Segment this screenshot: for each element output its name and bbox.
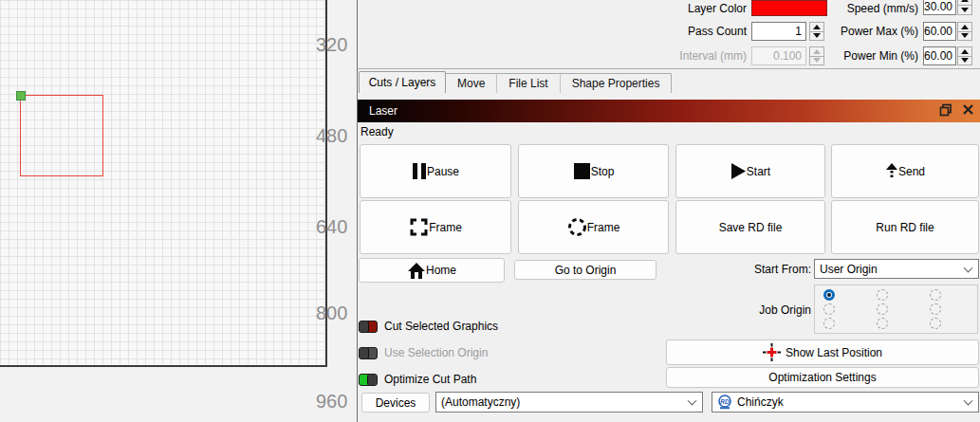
power-min-label: Power Min (%): [813, 46, 918, 65]
use-selection-row: Use Selection Origin: [359, 346, 488, 359]
chevron-down-icon: [964, 263, 973, 272]
job-origin-radio[interactable]: [930, 318, 941, 329]
laser-dock-title: Laser: [369, 104, 398, 118]
close-icon[interactable]: [962, 103, 974, 117]
power-max-input[interactable]: 60.00: [923, 22, 956, 41]
stop-icon: [573, 162, 591, 180]
power-max-label: Power Max (%): [813, 22, 918, 41]
frame-circle-icon: [567, 217, 587, 237]
tab-cuts-layers[interactable]: Cuts / Layers: [359, 71, 446, 93]
tab-shape-properties[interactable]: Shape Properties: [560, 74, 672, 93]
pass-count-label: Pass Count: [642, 22, 747, 41]
start-from-label: Start From:: [730, 263, 811, 276]
start-button[interactable]: Start: [675, 144, 825, 198]
home-icon: [407, 262, 426, 280]
save-rd-file-button[interactable]: Save RD file: [675, 200, 825, 254]
shape-origin-handle[interactable]: [16, 91, 26, 101]
chevron-down-icon: [688, 396, 697, 406]
tab-file-list[interactable]: File List: [496, 74, 559, 93]
float-window-icon[interactable]: [939, 103, 952, 117]
optimize-cut-path-toggle[interactable]: [359, 374, 378, 386]
job-origin-radio[interactable]: [930, 289, 941, 301]
laser-status-text: Ready: [361, 125, 394, 138]
ruida-logo-icon: RD: [717, 394, 732, 410]
ruler-label: 480: [316, 125, 352, 146]
cut-settings-section: Layer Color Speed (mm/s) 30.00 Pass Coun…: [358, 0, 980, 69]
tab-group: Move File List Shape Properties: [446, 73, 672, 93]
job-origin-grid: [814, 284, 978, 334]
interval-label: Interval (mm): [642, 46, 747, 65]
laser-dock-titlebar[interactable]: Laser: [358, 100, 980, 122]
right-panel: Layer Color Speed (mm/s) 30.00 Pass Coun…: [358, 0, 980, 422]
ruler-label: 320: [316, 34, 352, 55]
cut-selected-label: Cut Selected Graphics: [384, 320, 498, 333]
design-rectangle[interactable]: [20, 95, 103, 176]
chevron-down-icon: [964, 396, 973, 406]
job-origin-radio[interactable]: [930, 303, 941, 315]
ruler-label: 640: [316, 216, 352, 237]
optimize-row: Optimize Cut Path: [359, 373, 476, 386]
frame-square-button[interactable]: Frame: [360, 200, 511, 254]
workspace-canvas[interactable]: 320 480 640 800 960: [0, 0, 357, 422]
ruler-label: 800: [316, 303, 352, 323]
cut-selected-row: Cut Selected Graphics: [359, 320, 498, 333]
optimization-settings-button[interactable]: Optimization Settings: [666, 367, 979, 388]
frame-square-icon: [409, 217, 429, 237]
pause-button[interactable]: Pause: [360, 144, 511, 198]
port-select[interactable]: (Automatyczny): [435, 392, 703, 413]
power-max-spinner[interactable]: [957, 22, 972, 41]
pass-count-input[interactable]: 1: [751, 22, 806, 41]
start-from-select[interactable]: User Origin: [814, 259, 979, 279]
send-icon: [885, 162, 898, 180]
run-rd-file-button[interactable]: Run RD file: [831, 200, 979, 254]
device-select[interactable]: RD Chińczyk: [712, 392, 979, 413]
tab-move[interactable]: Move: [446, 74, 496, 93]
stop-button[interactable]: Stop: [518, 144, 669, 198]
home-button[interactable]: Home: [359, 258, 505, 283]
svg-text:RD: RD: [720, 398, 730, 405]
job-origin-radio[interactable]: [877, 303, 888, 315]
speed-input[interactable]: 30.00: [923, 0, 956, 15]
interval-input: 0.100: [751, 46, 806, 65]
start-icon: [730, 162, 747, 180]
use-selection-origin-label: Use Selection Origin: [384, 346, 488, 359]
ruler-label: 960: [316, 391, 352, 412]
devices-button[interactable]: Devices: [361, 393, 430, 413]
send-button[interactable]: Send: [831, 144, 979, 198]
job-origin-radio[interactable]: [877, 289, 888, 301]
layer-color-label: Layer Color: [642, 0, 747, 18]
power-min-spinner[interactable]: [957, 46, 972, 65]
pause-icon: [412, 162, 427, 180]
optimize-cut-path-label: Optimize Cut Path: [384, 373, 476, 386]
job-origin-label: Job Origin: [730, 303, 811, 317]
use-selection-origin-toggle[interactable]: [359, 347, 378, 359]
speed-spinner[interactable]: [957, 0, 972, 15]
job-origin-radio[interactable]: [877, 318, 888, 329]
crosshair-icon: [763, 343, 781, 361]
frame-circle-button[interactable]: Frame: [518, 200, 669, 254]
job-origin-radio[interactable]: [823, 289, 835, 301]
speed-label: Speed (mm/s): [813, 0, 918, 18]
show-last-position-button[interactable]: Show Last Position: [666, 339, 979, 365]
cut-selected-toggle[interactable]: [359, 321, 378, 333]
power-min-input[interactable]: 60.00: [923, 46, 956, 65]
job-origin-radio[interactable]: [823, 318, 835, 329]
grid-background[interactable]: [0, 0, 327, 367]
job-origin-radio[interactable]: [823, 303, 835, 315]
go-to-origin-button[interactable]: Go to Origin: [514, 260, 656, 280]
